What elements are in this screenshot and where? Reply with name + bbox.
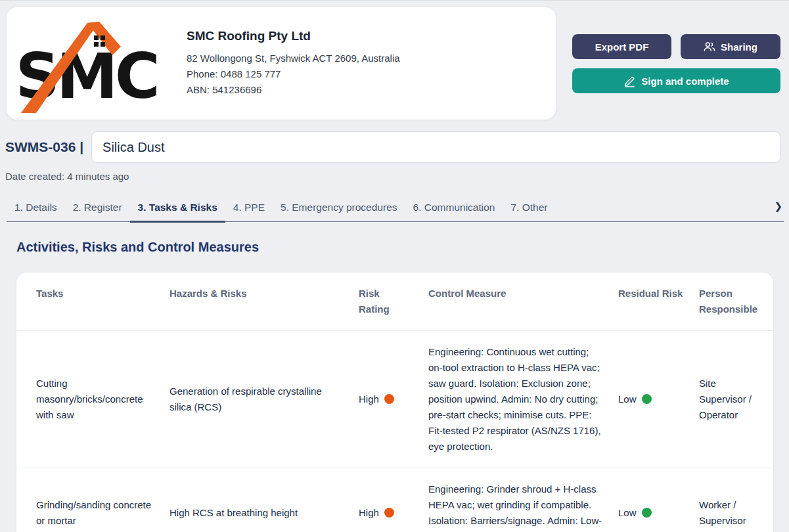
- table-row[interactable]: Cutting masonry/bricks/concrete with saw…: [16, 331, 773, 468]
- page-header: SMC SMC Roofing Pty Ltd 82 Wollongong St…: [0, 1, 789, 120]
- risk-rating-label: High: [359, 507, 379, 518]
- residual-risk-cell: Low: [610, 331, 691, 468]
- tab-communication[interactable]: 6. Communication: [405, 196, 503, 223]
- date-created-label: Date created: 4 minutes ago: [5, 171, 789, 182]
- column-header-control-measure: Control Measure: [420, 273, 610, 331]
- residual-risk-label: Low: [618, 507, 637, 518]
- risk-table-card: Tasks Hazards & Risks Risk Rating Contro…: [16, 273, 773, 532]
- document-code: SWMS-036 |: [5, 139, 83, 155]
- hazards-cell: High RCS at breathing height: [162, 468, 351, 532]
- section-heading: Activities, Risks and Control Measures: [16, 240, 789, 255]
- risk-table: Tasks Hazards & Risks Risk Rating Contro…: [16, 273, 773, 532]
- company-logo: SMC: [18, 14, 156, 113]
- column-header-tasks: Tasks: [16, 273, 162, 331]
- residual-risk-label: Low: [618, 393, 637, 405]
- pen-icon: [623, 75, 636, 87]
- sharing-label: Sharing: [721, 41, 757, 53]
- person-responsible-cell: Site Supervisor / Operator: [691, 331, 773, 468]
- table-row[interactable]: Grinding/sanding concrete or mortar High…: [16, 468, 773, 532]
- export-pdf-label: Export PDF: [595, 41, 649, 53]
- column-header-person-responsible: Person Responsible: [691, 273, 773, 331]
- people-icon: [704, 41, 715, 52]
- risk-low-dot: [642, 508, 652, 518]
- risk-rating-label: High: [359, 393, 379, 405]
- residual-risk-cell: Low: [610, 468, 691, 532]
- risk-rating-cell: High: [351, 331, 420, 468]
- control-measure-cell: Engineering: Continuous wet cutting; on-…: [420, 331, 610, 468]
- risk-high-dot: [384, 508, 394, 518]
- sign-and-complete-label: Sign and complete: [641, 76, 729, 87]
- sharing-button[interactable]: Sharing: [681, 34, 780, 59]
- risk-rating-cell: High: [351, 468, 420, 532]
- tabs-scroll-right-icon[interactable]: ❯: [774, 200, 782, 212]
- risk-low-dot: [642, 394, 652, 404]
- company-name: SMC Roofing Pty Ltd: [187, 29, 400, 43]
- table-header-row: Tasks Hazards & Risks Risk Rating Contro…: [16, 273, 773, 331]
- company-abn: ABN: 541236696: [187, 82, 400, 98]
- company-phone: Phone: 0488 125 777: [187, 66, 400, 82]
- sign-and-complete-button[interactable]: Sign and complete: [572, 68, 780, 93]
- tab-ppe[interactable]: 4. PPE: [225, 196, 273, 223]
- column-header-residual-risk: Residual Risk: [610, 273, 691, 331]
- control-measure-cell: Engineering: Grinder shroud + H-class HE…: [420, 468, 610, 532]
- document-title-input[interactable]: [91, 131, 780, 163]
- column-header-risk-rating: Risk Rating: [351, 273, 420, 331]
- risk-high-dot: [384, 394, 394, 404]
- company-info: SMC Roofing Pty Ltd 82 Wollongong St, Fy…: [187, 29, 400, 98]
- company-address: 82 Wollongong St, Fyshwick ACT 2609, Aus…: [187, 51, 400, 66]
- header-actions: Export PDF Sharing Sign and complete: [572, 34, 780, 93]
- task-cell: Grinding/sanding concrete or mortar: [16, 468, 162, 532]
- tab-details[interactable]: 1. Details: [7, 196, 65, 223]
- export-pdf-button[interactable]: Export PDF: [572, 34, 671, 59]
- document-title-row: SWMS-036 |: [5, 131, 780, 163]
- company-card: SMC SMC Roofing Pty Ltd 82 Wollongong St…: [7, 7, 556, 120]
- smc-roof-logo-icon: SMC: [18, 14, 156, 113]
- person-responsible-cell: Worker / Supervisor: [691, 468, 773, 532]
- tab-emergency-procedures[interactable]: 5. Emergency procedures: [273, 196, 405, 223]
- tab-tasks-risks[interactable]: 3. Tasks & Risks: [130, 196, 225, 223]
- column-header-hazards: Hazards & Risks: [162, 273, 351, 331]
- task-cell: Cutting masonry/bricks/concrete with saw: [16, 331, 162, 468]
- tab-bar: 1. Details 2. Register 3. Tasks & Risks …: [7, 196, 784, 222]
- hazards-cell: Generation of respirable crystalline sil…: [162, 331, 351, 468]
- tab-register[interactable]: 2. Register: [65, 196, 130, 223]
- tab-other[interactable]: 7. Other: [503, 196, 555, 223]
